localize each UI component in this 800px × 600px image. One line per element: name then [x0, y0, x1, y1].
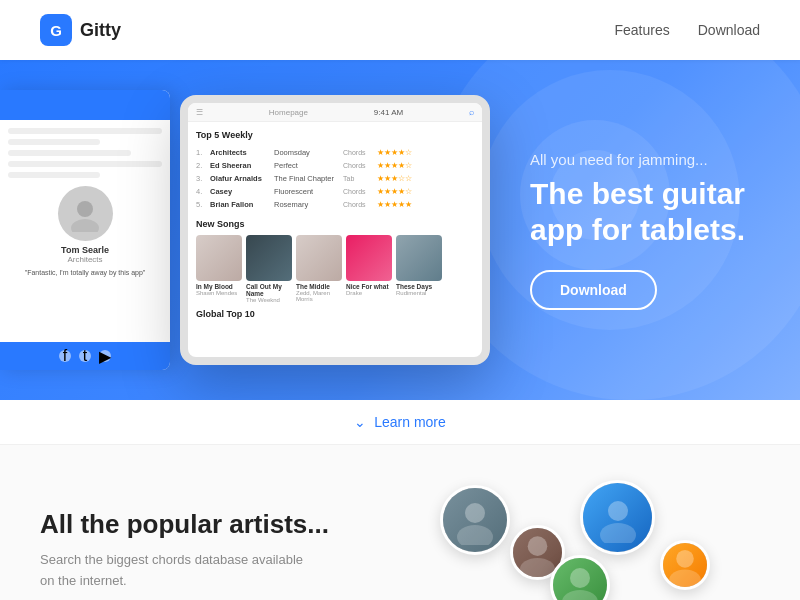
panel-line: [8, 150, 131, 156]
avatar-face: [663, 543, 707, 587]
svg-point-6: [608, 501, 628, 521]
panel-line: [8, 172, 100, 178]
svg-point-4: [528, 536, 548, 556]
nav-links: Features Download: [614, 22, 760, 38]
song-card[interactable]: Call Out My Name The Weeknd: [246, 235, 292, 303]
panel-line: [8, 139, 100, 145]
panel-line: [8, 161, 162, 167]
svg-point-10: [570, 568, 590, 588]
bottom-section: All the popular artists... Search the bi…: [0, 445, 800, 600]
person-role: Architects: [8, 255, 162, 264]
person-avatar: [58, 186, 113, 241]
svg-point-7: [600, 523, 636, 543]
song-card[interactable]: Nice For what Drake: [346, 235, 392, 303]
avatar: [660, 540, 710, 590]
panel-top-bar: [0, 90, 170, 120]
song-thumb: [346, 235, 392, 281]
logo-text: Gitty: [80, 20, 121, 41]
person-name: Tom Searle: [8, 245, 162, 255]
tablet-time: 9:41 AM: [374, 108, 403, 117]
avatars-section: [400, 475, 760, 600]
song-card[interactable]: The Middle Zedd, Maren Morris: [296, 235, 342, 303]
new-songs-title: New Songs: [196, 219, 474, 229]
chevron-down-icon: ⌄: [354, 414, 366, 430]
svg-point-11: [562, 590, 598, 600]
song-card[interactable]: In My Blood Shawn Mendes: [196, 235, 242, 303]
hero-text: All you need for jamming... The best gui…: [490, 151, 760, 310]
social-tw: t: [79, 350, 91, 362]
song-thumb: [296, 235, 342, 281]
bottom-description: Search the biggest chords database avail…: [40, 550, 320, 592]
song-card[interactable]: These Days Rudimental: [396, 235, 442, 303]
tablet-bar: ☰ Homepage 9:41 AM ⌕: [188, 103, 482, 122]
tablet-nav-icon: ☰: [196, 108, 203, 117]
hero-tagline: All you need for jamming...: [530, 151, 760, 168]
hero-download-button[interactable]: Download: [530, 270, 657, 310]
avatar-face: [583, 483, 652, 552]
avatar: [580, 480, 655, 555]
tablet-search-icon[interactable]: ⌕: [469, 107, 474, 117]
side-panel: Tom Searle Architects "Fantastic, I'm to…: [0, 90, 170, 370]
svg-point-0: [77, 201, 93, 217]
table-row: 2. Ed Sheeran Perfect Chords ★★★★☆: [196, 159, 474, 172]
avatar-face: [553, 558, 607, 600]
nav-link-features[interactable]: Features: [614, 22, 669, 38]
navbar: G Gitty Features Download: [0, 0, 800, 60]
learn-more-bar[interactable]: ⌄ Learn more: [0, 400, 800, 445]
table-row: 4. Casey Fluorescent Chords ★★★★☆: [196, 185, 474, 198]
svg-point-2: [465, 503, 485, 523]
table-row: 5. Brian Fallon Rosemary Chords ★★★★★: [196, 198, 474, 211]
tablet-body: Top 5 Weekly 1. Architects Doomsday Chor…: [188, 122, 482, 333]
song-thumb: [396, 235, 442, 281]
panel-content: Tom Searle Architects "Fantastic, I'm to…: [0, 120, 170, 342]
learn-more-text[interactable]: Learn more: [374, 414, 446, 430]
avatar: [550, 555, 610, 600]
song-thumb: [196, 235, 242, 281]
top5-list: 1. Architects Doomsday Chords ★★★★☆ 2. E…: [196, 146, 474, 211]
panel-bottom: f t ▶: [0, 342, 170, 370]
person-quote: "Fantastic, I'm totally away by this app…: [8, 268, 162, 278]
tablet-nav-label: Homepage: [269, 108, 308, 117]
table-row: 1. Architects Doomsday Chords ★★★★☆: [196, 146, 474, 159]
svg-point-5: [520, 557, 555, 577]
hero-section: Tom Searle Architects "Fantastic, I'm to…: [0, 60, 800, 400]
svg-point-8: [676, 550, 694, 568]
svg-point-3: [457, 525, 493, 545]
svg-point-1: [71, 219, 99, 232]
hero-title: The best guitar app for tablets.: [530, 176, 760, 248]
tablet-mockup: ☰ Homepage 9:41 AM ⌕ Top 5 Weekly 1. Arc…: [180, 95, 490, 365]
nav-link-download[interactable]: Download: [698, 22, 760, 38]
new-songs-grid: In My Blood Shawn Mendes Call Out My Nam…: [196, 235, 474, 303]
top5-title: Top 5 Weekly: [196, 130, 474, 140]
avatar: [440, 485, 510, 555]
panel-line: [8, 128, 162, 134]
global-top10-title: Global Top 10: [196, 309, 474, 319]
bottom-text-block: All the popular artists... Search the bi…: [40, 509, 400, 592]
social-fb: f: [59, 350, 71, 362]
song-thumb: [246, 235, 292, 281]
logo-icon: G: [40, 14, 72, 46]
avatar-face: [443, 488, 507, 552]
logo[interactable]: G Gitty: [40, 14, 121, 46]
bottom-title: All the popular artists...: [40, 509, 400, 540]
svg-point-9: [669, 569, 701, 590]
social-yt: ▶: [99, 350, 111, 362]
table-row: 3. Olafur Arnalds The Final Chapter Tab …: [196, 172, 474, 185]
